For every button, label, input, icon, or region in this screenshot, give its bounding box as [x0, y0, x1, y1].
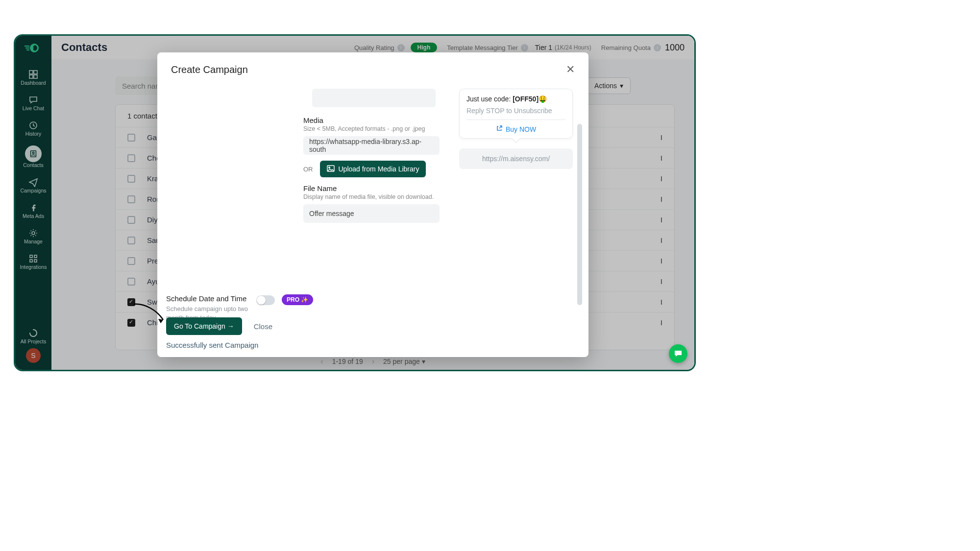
preview-url-chip: https://m.aisensy.com/: [459, 148, 573, 169]
go-to-campaign-button[interactable]: Go To Campaign →: [166, 317, 242, 335]
preview-code: [OFF50]: [513, 95, 539, 103]
chat-bubble-icon: [673, 349, 683, 359]
filename-label: File Name: [303, 184, 440, 192]
filename-input[interactable]: Offer message: [303, 204, 440, 223]
success-message: Successfully sent Campaign: [166, 341, 272, 349]
media-url-value: https://whatsapp-media-library.s3.ap-sou…: [309, 138, 434, 153]
media-hint: Size < 5MB, Accepted formats - .png or .…: [303, 125, 440, 132]
modal-form-column: Media Size < 5MB, Accepted formats - .pn…: [303, 89, 440, 223]
help-fab[interactable]: [669, 344, 687, 363]
svg-point-16: [328, 167, 330, 168]
external-link-icon: [496, 125, 503, 133]
modal-preview-column: Just use code: [OFF50]🤑 Reply STOP to Un…: [459, 89, 573, 169]
go-label: Go To Campaign →: [174, 322, 234, 330]
preview-emoji: 🤑: [539, 95, 547, 103]
generic-input[interactable]: [312, 89, 436, 107]
close-icon[interactable]: ✕: [566, 63, 575, 76]
upload-label: Upload from Media Library: [339, 165, 419, 173]
filename-hint: Display name of media file, visible on d…: [303, 193, 440, 200]
pro-badge: PRO ✨: [282, 294, 313, 305]
preview-line1: Just use code: [OFF50]🤑: [466, 95, 565, 103]
media-label: Media: [303, 116, 440, 124]
image-icon: [327, 165, 335, 173]
schedule-toggle[interactable]: [256, 295, 275, 305]
close-button[interactable]: Close: [254, 322, 272, 331]
preview-unsubscribe: Reply STOP to Unsubscribe: [466, 107, 565, 115]
schedule-title: Schedule Date and Time: [166, 294, 249, 303]
upload-media-button[interactable]: Upload from Media Library: [320, 161, 426, 177]
filename-value: Offer message: [309, 210, 354, 217]
message-preview-card: Just use code: [OFF50]🤑 Reply STOP to Un…: [459, 89, 573, 139]
media-url-input[interactable]: https://whatsapp-media-library.s3.ap-sou…: [303, 136, 440, 155]
preview-text: Just use code:: [466, 95, 513, 103]
app-frame: Dashboard Live Chat History Contacts Cam…: [14, 34, 696, 371]
create-campaign-modal: Create Campaign ✕ Media Size < 5MB, Acce…: [157, 52, 588, 357]
preview-cta-label: Buy NOW: [506, 125, 536, 133]
modal-title: Create Campaign: [171, 64, 248, 75]
modal-footer: Go To Campaign → Close Successfully sent…: [166, 317, 272, 349]
preview-url-text: https://m.aisensy.com/: [482, 155, 550, 163]
scrollbar-thumb[interactable]: [577, 124, 582, 305]
or-text: OR: [303, 166, 313, 173]
